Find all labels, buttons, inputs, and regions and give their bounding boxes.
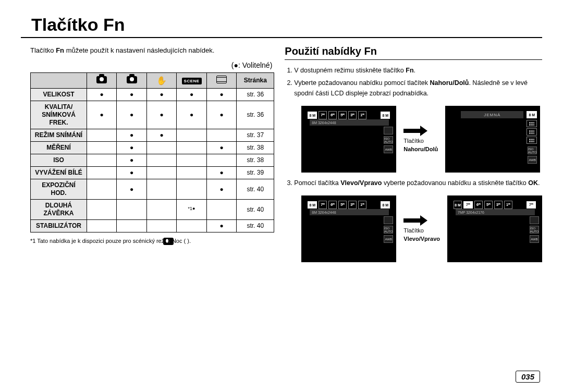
col-page-header: Stránka xyxy=(237,72,274,88)
cell: ● xyxy=(177,88,206,101)
steps-list: V dostupném režimu stiskněte tlačítko Fn… xyxy=(285,65,542,99)
cell: *1● xyxy=(177,199,206,219)
lcd-side-icons: ISO AUTO AWB xyxy=(528,146,537,164)
lcd-iso-icon: ISO AUTO xyxy=(384,136,393,144)
cell-page: str. 36 xyxy=(237,88,274,101)
mode-movie-icon xyxy=(206,72,236,88)
lcd-quality-icon xyxy=(384,127,393,134)
lcd-opt: 5ᴹ xyxy=(338,111,347,119)
table-corner xyxy=(31,72,87,88)
sub-rule xyxy=(285,59,542,60)
cell xyxy=(177,179,206,199)
lcd-iso-icon: ISO AUTO xyxy=(384,226,393,234)
lcd-size-selected: 8 M xyxy=(308,201,317,209)
lcd-opt: 6ᴹ xyxy=(474,201,483,209)
table-row: STABILIZÁTOR ● str. 40 xyxy=(31,219,274,232)
cell: ● xyxy=(87,88,117,101)
cell: ● xyxy=(87,101,117,129)
lcd-iso-icon: ISO AUTO xyxy=(528,146,537,154)
lcd-opt: 3ᴹ xyxy=(348,111,357,119)
cell xyxy=(87,129,117,141)
cell: ● xyxy=(177,101,206,129)
lcd-side-icons: ISO AUTO AWB xyxy=(384,216,393,243)
steps-list-cont: Pomocí tlačítka Vlevo/Vpravo vyberte pož… xyxy=(285,178,542,188)
cell xyxy=(146,154,176,166)
step-item: Vyberte požadovanou nabídku pomocí tlačí… xyxy=(294,78,542,99)
cell xyxy=(177,154,206,166)
cell xyxy=(87,166,117,179)
table-row: VYVÁŽENÍ BÍLÉ ● ● str. 39 xyxy=(31,166,274,179)
mode-hand-icon: ✋ xyxy=(146,72,176,88)
cell xyxy=(177,219,206,232)
lcd-wb-icon: AWB xyxy=(528,156,537,164)
lcd-opt: 3ᴹ xyxy=(348,201,357,209)
step-item: V dostupném režimu stiskněte tlačítko Fn… xyxy=(294,65,542,76)
cell xyxy=(177,141,206,154)
lcd-row-2: 8 M 7ᴹ 6ᴹ 5ᴹ 3ᴹ 1ᴹ 8 M 8M 3264x2448 ISO … xyxy=(301,195,542,262)
lcd-size-selected: 7ᴹ xyxy=(463,201,473,209)
left-column: Tlačítko Fn můžete použít k nastavení ná… xyxy=(30,45,274,267)
table-row: DLOUHÁ ZÁVĚRKA *1● str. 40 xyxy=(31,199,274,219)
cell xyxy=(87,154,117,166)
right-column: Použití nabídky Fn V dostupném režimu st… xyxy=(285,45,542,267)
cell-page: str. 38 xyxy=(237,141,274,154)
row-label: EXPOZIČNÍ HOD. xyxy=(31,179,87,199)
cell: ● xyxy=(117,129,146,141)
lcd-quality-opt xyxy=(527,137,537,144)
arrow-right-icon xyxy=(403,126,427,136)
subsection-heading: Použití nabídky Fn xyxy=(285,45,542,59)
lcd-opt: 3ᴹ xyxy=(494,201,503,209)
lcd-iso-icon: ISO AUTO xyxy=(530,226,539,234)
row-label: ISO xyxy=(31,154,87,166)
arrow-label-bold: Vlevo/Vpravo xyxy=(403,235,440,242)
cell-page: str. 36 xyxy=(237,101,274,129)
lcd-size-badge: 8 M xyxy=(381,201,390,209)
lcd-screen: 8 M 7ᴹ 6ᴹ 5ᴹ 3ᴹ 1ᴹ 8 M 8M 3264x2448 ISO … xyxy=(301,106,396,173)
table-row: MĚŘENÍ ● ● str. 38 xyxy=(31,141,274,154)
lcd-opt: 6ᴹ xyxy=(328,201,337,209)
table-row: REŽIM SNÍMÁNÍ ● ● str. 37 xyxy=(31,129,274,141)
cell xyxy=(117,199,146,219)
cell-page: str. 39 xyxy=(237,166,274,179)
arrow-caption: Tlačítko Vlevo/Vpravo xyxy=(403,215,440,243)
lcd-sublabel: 7MP 3264x2176 xyxy=(456,209,535,215)
lcd-quality-opt xyxy=(527,120,537,127)
cell: ● xyxy=(117,141,146,154)
cell xyxy=(87,141,117,154)
footnote: *1 Tato nabídka je k dispozici pouze pro… xyxy=(30,232,274,245)
lcd-opt: 7ᴹ xyxy=(319,201,327,209)
cell xyxy=(117,219,146,232)
arrow-label-bold: Nahoru/Dolů xyxy=(403,145,438,153)
cell xyxy=(206,129,236,141)
cell xyxy=(87,199,117,219)
page-number: 035 xyxy=(516,371,540,383)
lcd-quality-column: 8 M xyxy=(527,111,537,145)
cell-page: str. 37 xyxy=(237,129,274,141)
lcd-size-badge: 8 M xyxy=(527,111,537,118)
row-label: VELIKOST xyxy=(31,88,87,101)
intro-post: můžete použít k nastavení následujících … xyxy=(64,46,214,54)
optional-note: (●: Volitelné) xyxy=(30,56,274,72)
lcd-opt: 7ᴹ xyxy=(319,111,327,119)
table-row: EXPOZIČNÍ HOD. ● ● str. 40 xyxy=(31,179,274,199)
night-mode-icon xyxy=(163,238,174,245)
row-label: STABILIZÁTOR xyxy=(31,219,87,232)
cell xyxy=(177,129,206,141)
lcd-opt: 5ᴹ xyxy=(484,201,493,209)
row-label: REŽIM SNÍMÁNÍ xyxy=(31,129,87,141)
lcd-side-icons: ISO AUTO AWB xyxy=(384,127,393,153)
lcd-quality-label: JEMNÁ xyxy=(461,111,523,118)
cell: ● xyxy=(117,88,146,101)
lcd-screen: 8 M 7ᴹ 6ᴹ 5ᴹ 3ᴹ 1ᴹ 7ᴹ 7MP 3264x2176 ISO … xyxy=(447,195,542,262)
cell: ● xyxy=(117,154,146,166)
fn-table: ✋ SCENE Stránka VELIKOST ● ● ● ● ● str. … xyxy=(30,72,274,232)
lcd-opt: 1ᴹ xyxy=(358,111,366,119)
cell-page: str. 40 xyxy=(237,219,274,232)
arrow-label: Tlačítko xyxy=(403,227,424,234)
mode-camera-icon xyxy=(87,72,117,88)
cell: ● xyxy=(206,166,236,179)
lcd-screen: JEMNÁ 8 M ISO AUTO AWB xyxy=(445,106,540,173)
cell: ● xyxy=(146,129,176,141)
row-label: DLOUHÁ ZÁVĚRKA xyxy=(31,199,87,219)
cell: ● xyxy=(206,88,236,101)
